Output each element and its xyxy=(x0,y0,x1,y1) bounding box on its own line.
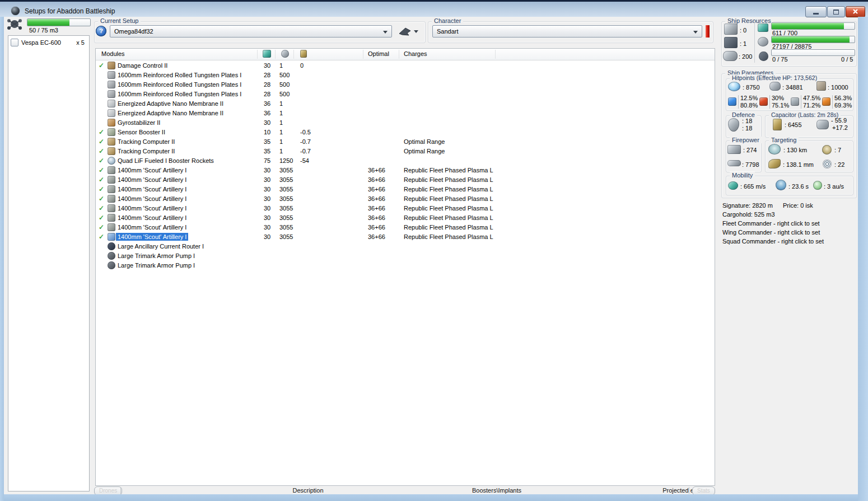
module-icon xyxy=(108,204,115,212)
module-charge-name[interactable]: Republic Fleet Phased Plasma L xyxy=(404,214,493,221)
module-name[interactable]: Energized Adaptive Nano Membrane II xyxy=(116,100,225,107)
tab-description[interactable]: Description xyxy=(246,487,370,494)
module-row[interactable]: ✓ Damage Control II 30 1 0 xyxy=(96,61,715,71)
module-optimal-value: 36+66 xyxy=(368,176,385,183)
module-row[interactable]: ✓ 1600mm Reinforced Rolled Tungsten Plat… xyxy=(96,90,715,99)
module-icon xyxy=(108,252,115,260)
module-row[interactable]: ✓ 1600mm Reinforced Rolled Tungsten Plat… xyxy=(96,80,715,90)
module-cpu-value: 36 xyxy=(264,110,270,116)
module-name[interactable]: 1600mm Reinforced Rolled Tungsten Plates… xyxy=(116,81,243,88)
character-select[interactable]: Sandart xyxy=(432,25,702,38)
drone-list-item[interactable]: Vespa EC-600 x 5 xyxy=(8,38,89,48)
module-row[interactable]: ✓ Large Ancillary Current Router I xyxy=(96,242,715,251)
module-row[interactable]: ✓ 1400mm 'Scout' Artillery I 30 3055 36+… xyxy=(96,175,715,185)
module-powergrid-value: 3055 xyxy=(279,195,293,202)
module-name[interactable]: 1600mm Reinforced Rolled Tungsten Plates… xyxy=(116,71,243,79)
module-row[interactable]: ✓ 1400mm 'Scout' Artillery I 30 3055 36+… xyxy=(96,223,715,232)
module-name[interactable]: 1400mm 'Scout' Artillery I xyxy=(116,176,188,184)
module-icon xyxy=(108,233,115,241)
module-name[interactable]: Tracking Computer II xyxy=(116,138,176,146)
module-name[interactable]: 1400mm 'Scout' Artillery I xyxy=(116,195,188,203)
module-name[interactable]: Tracking Computer II xyxy=(116,147,176,155)
ship-menu-chevron-icon[interactable] xyxy=(414,30,418,33)
module-row[interactable]: ✓ Energized Adaptive Nano Membrane II 36… xyxy=(96,99,715,109)
column-charges[interactable]: Charges xyxy=(404,50,427,57)
ship-icon[interactable] xyxy=(398,26,412,37)
module-row[interactable]: ✓ 1400mm 'Scout' Artillery I 30 3055 36+… xyxy=(96,213,715,223)
squad-commander-setter[interactable]: Squad Commander - right click to set xyxy=(722,238,824,245)
module-row[interactable]: ✓ 1400mm 'Scout' Artillery I 30 3055 36+… xyxy=(96,232,715,242)
hull-hp-value: : 10000 xyxy=(828,84,848,91)
modules-table[interactable]: Modules Optimal Charges ✓ Damage Control… xyxy=(95,48,715,486)
module-row[interactable]: ✓ 1600mm Reinforced Rolled Tungsten Plat… xyxy=(96,71,715,80)
capacitor-icon xyxy=(773,119,782,130)
tab-projected-effects[interactable]: Projected effects xyxy=(624,487,747,494)
module-charge-name[interactable]: Optimal Range xyxy=(404,148,445,154)
module-cpu-value: 28 xyxy=(264,91,270,97)
column-optimal[interactable]: Optimal xyxy=(368,50,389,57)
module-name[interactable]: Sensor Booster II xyxy=(116,128,167,136)
close-button[interactable] xyxy=(846,6,865,17)
maximize-button[interactable] xyxy=(827,6,845,17)
signature-value: Signature: 2820 m xyxy=(722,202,773,209)
module-name[interactable]: 1400mm 'Scout' Artillery I xyxy=(116,185,188,193)
module-active-check-icon: ✓ xyxy=(99,62,104,69)
module-charge-name[interactable]: Republic Fleet Phased Plasma L xyxy=(404,195,493,202)
module-icon xyxy=(108,185,115,193)
scan-resolution-value: : 138.1 mm xyxy=(783,161,814,168)
module-name[interactable]: 1400mm 'Scout' Artillery I xyxy=(116,214,188,222)
title-bar[interactable]: Setups for Abaddon Battleship xyxy=(0,0,868,17)
module-row[interactable]: ✓ Tracking Computer II 35 1 -0.7 Optimal… xyxy=(96,137,715,147)
module-name[interactable]: 1400mm 'Scout' Artillery I xyxy=(116,223,188,231)
module-row[interactable]: ✓ Tracking Computer II 35 1 -0.7 Optimal… xyxy=(96,147,715,156)
module-name[interactable]: Damage Control II xyxy=(116,62,169,69)
module-name[interactable]: Large Trimark Armor Pump I xyxy=(116,252,197,260)
max-targets-icon xyxy=(822,145,832,154)
cpu-column-icon[interactable] xyxy=(263,50,271,58)
module-name[interactable]: 1400mm 'Scout' Artillery I xyxy=(116,204,188,212)
help-icon[interactable]: ? xyxy=(96,26,106,36)
tab-boosters-implants[interactable]: Boosters\Implants xyxy=(435,487,558,494)
setup-select[interactable]: Omega84df32 xyxy=(110,25,392,38)
module-row[interactable]: ✓ Large Trimark Armor Pump I xyxy=(96,251,715,261)
capacitor-amount: : 6455 xyxy=(785,121,802,128)
powergrid-column-icon[interactable] xyxy=(281,50,289,58)
wing-commander-setter[interactable]: Wing Commander - right click to set xyxy=(722,229,820,236)
fleet-commander-setter[interactable]: Fleet Commander - right click to set xyxy=(722,220,820,227)
module-name[interactable]: 1600mm Reinforced Rolled Tungsten Plates… xyxy=(116,90,243,98)
module-name[interactable]: Gyrostabilizer II xyxy=(116,119,162,127)
module-row[interactable]: ✓ 1400mm 'Scout' Artillery I 30 3055 36+… xyxy=(96,166,715,175)
module-charge-name[interactable]: Optimal Range xyxy=(404,138,445,145)
module-row[interactable]: ✓ 1400mm 'Scout' Artillery I 30 3055 36+… xyxy=(96,185,715,194)
module-cpu-value: 30 xyxy=(264,214,270,221)
module-powergrid-value: 500 xyxy=(279,91,290,97)
module-charge-name[interactable]: Republic Fleet Phased Plasma L xyxy=(404,205,493,212)
module-row[interactable]: ✓ Gyrostabilizer II 30 1 xyxy=(96,118,715,128)
capacitor-column-icon[interactable] xyxy=(300,50,307,58)
module-name[interactable]: Energized Adaptive Nano Membrane II xyxy=(116,109,225,117)
module-charge-name[interactable]: Republic Fleet Phased Plasma L xyxy=(404,233,493,240)
module-icon xyxy=(108,109,115,117)
module-charge-name[interactable]: Republic Fleet Phased Plasma L xyxy=(404,186,493,193)
column-modules[interactable]: Modules xyxy=(101,50,125,57)
module-row[interactable]: ✓ Large Trimark Armor Pump I xyxy=(96,261,715,270)
module-row[interactable]: ✓ Sensor Booster II 10 1 -0.5 xyxy=(96,128,715,137)
module-charge-name[interactable]: Republic Fleet Phased Plasma L xyxy=(404,224,493,231)
module-name[interactable]: Large Ancillary Current Router I xyxy=(116,242,206,250)
module-charge-name[interactable]: Republic Fleet Phased Plasma L xyxy=(404,167,493,174)
module-name[interactable]: 1400mm 'Scout' Artillery I xyxy=(116,166,188,174)
drone-checkbox[interactable] xyxy=(11,39,18,46)
module-row[interactable]: ✓ Energized Adaptive Nano Membrane II 36… xyxy=(96,109,715,118)
module-charge-name[interactable]: Republic Fleet Phased Plasma L xyxy=(404,176,493,183)
module-row[interactable]: ✓ 1400mm 'Scout' Artillery I 30 3055 36+… xyxy=(96,194,715,204)
module-active-check-icon: ✓ xyxy=(99,185,104,193)
price-value: Price: 0 isk xyxy=(783,202,813,209)
module-row[interactable]: ✓ Quad LiF Fueled I Booster Rockets 75 1… xyxy=(96,156,715,166)
minimize-button[interactable] xyxy=(805,6,827,17)
module-name[interactable]: 1400mm 'Scout' Artillery I xyxy=(116,233,188,241)
module-row[interactable]: ✓ 1400mm 'Scout' Artillery I 30 3055 36+… xyxy=(96,204,715,213)
modules-table-header[interactable]: Modules Optimal Charges xyxy=(96,49,715,60)
module-name[interactable]: Quad LiF Fueled I Booster Rockets xyxy=(116,157,216,165)
module-name[interactable]: Large Trimark Armor Pump I xyxy=(116,261,197,269)
drone-list[interactable]: Vespa EC-600 x 5 xyxy=(8,35,90,491)
